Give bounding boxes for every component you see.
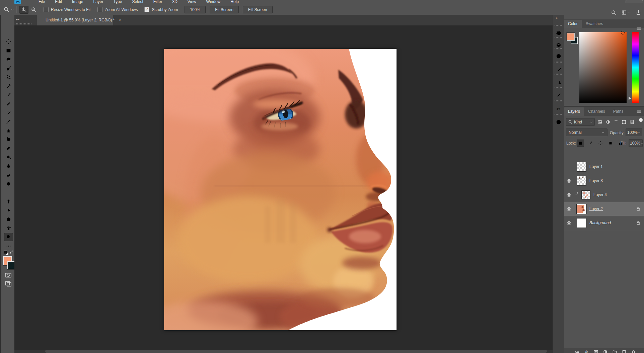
panel-menu-icon[interactable] [636,109,641,114]
checkbox-box[interactable]: ✓ [144,7,149,12]
smudge-tool[interactable] [4,171,13,179]
menu-3d[interactable]: 3D [167,0,182,4]
menu-view[interactable]: View [183,0,201,4]
quick-mask-button[interactable] [5,272,12,279]
hue-slider-arrow[interactable] [629,97,631,100]
horizontal-scrollbar[interactable] [14,350,553,353]
quick-selection-tool[interactable] [4,64,13,73]
lasso-tool[interactable] [4,55,13,64]
layer-thumbnail[interactable] [577,176,586,186]
resize-windows-to-fit-checkbox[interactable]: Resize Windows to Fit [44,7,91,12]
type-tool[interactable] [4,188,13,197]
new-layer-icon[interactable] [622,349,627,353]
layer-filter-kind-dropdown[interactable]: Kind [566,118,595,126]
swap-colors-icon[interactable] [9,250,14,254]
move-tool[interactable] [4,37,13,46]
layer-row-layer-4[interactable]: Layer 4 [564,188,644,202]
shape-filter-icon[interactable] [622,119,627,124]
marquee-tool[interactable] [4,47,13,55]
clone-stamp-tool[interactable] [4,126,13,135]
tool-presets-panel-icon[interactable] [555,91,562,100]
100--button[interactable]: 100% [185,6,206,13]
color-replacement-tool[interactable] [4,108,13,117]
visibility-toggle[interactable] [564,216,574,230]
menu-layer[interactable]: Layer [88,0,108,4]
checkbox-box[interactable] [97,7,102,12]
rotate-view-tool[interactable] [4,224,13,233]
crop-tool[interactable] [4,73,13,81]
visibility-toggle[interactable] [564,174,574,188]
color-gradient-square[interactable] [579,32,627,103]
pencil-tool[interactable] [4,100,13,108]
hue-ramp[interactable] [632,32,639,103]
layer-thumbnail[interactable] [577,162,586,172]
document-canvas[interactable] [164,49,397,330]
tab-layers[interactable]: Layers [564,107,584,116]
layer-mask-icon[interactable] [593,349,598,353]
layer-row-background[interactable]: Background [564,216,644,230]
layer-style-icon[interactable]: fx [584,349,589,353]
document-tab[interactable]: Untitled-1 @ 55.9% (Layer 2, RGB/8) * × [37,15,113,25]
mixer-brush-tool[interactable] [4,117,13,126]
checkbox-box[interactable] [44,7,49,12]
layer-name[interactable]: Layer 4 [593,192,607,197]
layer-filter-toggle[interactable] [639,118,643,124]
layer-group-icon[interactable] [612,349,617,353]
history-panel-icon[interactable] [555,29,562,37]
delete-layer-icon[interactable] [631,349,636,353]
foreground-color-swatch[interactable] [567,33,575,41]
tab-paths[interactable]: Paths [609,107,628,116]
layer-row-layer-1[interactable]: Layer 1 [564,160,644,174]
visibility-toggle[interactable] [564,160,574,174]
menu-image[interactable]: Image [67,0,88,4]
lock-pixels-icon[interactable] [587,140,594,147]
visibility-toggle[interactable] [564,202,574,216]
close-tab-icon[interactable]: × [119,18,121,23]
ellipse-tool[interactable] [4,215,13,224]
screen-mode-button[interactable] [5,280,12,287]
scrubby-zoom-checkbox[interactable]: ✓Scrubby Zoom [144,7,178,12]
spot-healing-brush-tool[interactable] [4,91,13,99]
menu-edit[interactable]: Edit [50,0,67,4]
blend-mode-dropdown[interactable]: Normal [566,128,607,136]
layer-thumbnail[interactable] [577,204,586,214]
link-layers-icon[interactable] [575,349,580,353]
layer-name[interactable]: Layer 1 [589,164,603,169]
lock-artboard-icon[interactable] [607,140,614,147]
scrollbar-thumb[interactable] [45,350,547,353]
pixel-filter-icon[interactable] [597,119,602,124]
zoom-out-button[interactable] [29,6,38,14]
layer-name[interactable]: Layer 3 [589,178,603,183]
zoom-tool[interactable] [4,233,13,241]
fill-screen-button[interactable]: Fill Screen [243,6,273,13]
menu-file[interactable]: File [33,0,50,4]
layer-row-layer-3[interactable]: Layer 3 [564,174,644,188]
menu-select[interactable]: Select [127,0,148,4]
history-brush-tool[interactable] [4,135,13,144]
fill-dropdown[interactable]: 100% [629,139,643,147]
collapse-panels-icon[interactable]: « [556,16,557,20]
eraser-tool[interactable] [4,144,13,153]
smart-object-filter-icon[interactable] [630,119,635,124]
layer-thumbnail[interactable] [577,218,586,228]
adjustment-layer-icon[interactable] [603,349,608,353]
layer-thumbnail[interactable] [581,190,590,199]
menu-filter[interactable]: Filter [148,0,167,4]
tab-channels[interactable]: Channels [584,107,609,116]
menu-type[interactable]: Type [108,0,127,4]
layer-row-layer-2[interactable]: Layer 2 [564,202,644,216]
type-filter-icon[interactable] [614,119,619,124]
brush-settings-panel-icon[interactable] [555,66,562,74]
sponge-tool[interactable] [4,180,13,188]
blur-tool[interactable] [4,162,13,170]
default-colors-icon[interactable] [4,251,8,255]
direct-selection-tool[interactable] [4,206,13,214]
zoom-in-button[interactable] [19,6,28,14]
menu-window[interactable]: Window [201,0,226,4]
canvas-pasteboard[interactable] [14,25,553,350]
tools-panel-icon[interactable]: ✂ [555,104,562,113]
zoom-all-windows-checkbox[interactable]: Zoom All Windows [97,7,138,12]
menu-help[interactable]: Help [225,0,244,4]
layer-name[interactable]: Layer 2 [589,206,603,211]
eyedropper-tool[interactable] [4,82,13,90]
